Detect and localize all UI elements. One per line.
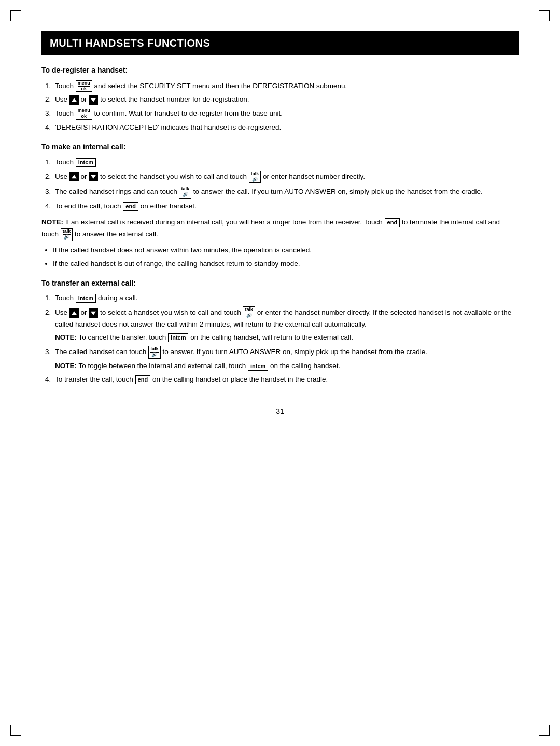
list-item: Touch menuok and select the SECURITY SET… [53,80,519,92]
talk-button-icon: talk🔊 [61,228,73,241]
main-content: MULTI HANDSETS FUNCTIONS To de-register … [41,31,519,417]
internal-call-note: NOTE: If an external call is received du… [41,217,519,241]
arrow-up-icon [69,172,79,181]
corner-mark-tr [539,10,550,21]
list-item: Use or to select the handset number for … [53,94,519,105]
end-button-icon: end [135,375,151,384]
list-item: Use or to select the handset you wish to… [53,171,519,184]
step3-text: The called handset can touch talk🔊 to an… [55,346,519,359]
list-item: Touch intcm [53,157,519,168]
list-item: To end the call, touch end on either han… [53,201,519,212]
arrow-up-icon [69,308,79,318]
list-item: If the called handset does not answer wi… [53,245,519,256]
intcm-button-icon: intcm [76,294,96,303]
internal-call-title: To make an internal call: [41,142,519,153]
note-label: NOTE: [41,218,63,226]
arrow-up-icon [69,95,79,105]
list-item: To transfer the call, touch end on the c… [53,374,519,385]
list-item: Touch menuok to confirm. Wait for handse… [53,108,519,120]
internal-call-bullets: If the called handset does not answer wi… [41,245,519,270]
transfer-note3: NOTE: To toggle between the internal and… [55,361,519,372]
page: MULTI HANDSETS FUNCTIONS To de-register … [0,0,560,746]
corner-mark-br [539,725,550,736]
list-item: The called handset rings and can touch t… [53,186,519,199]
transfer-call-steps: Touch intcm during a call. Use or to sel… [41,293,519,385]
arrow-down-icon [89,95,98,105]
deregister-steps: Touch menuok and select the SECURITY SET… [41,80,519,133]
end-button-icon: end [123,202,138,211]
note-label: NOTE: [55,333,77,341]
intcm-button-icon: intcm [168,333,188,342]
talk-button-icon: talk🔊 [179,186,191,199]
arrow-down-icon [89,308,98,318]
section-title: MULTI HANDSETS FUNCTIONS [41,31,519,55]
note-label: NOTE: [55,362,77,370]
transfer-note2: NOTE: To cancel the transfer, touch intc… [55,332,519,343]
intcm-button-icon: intcm [248,362,268,371]
talk-button-icon: talk🔊 [249,171,261,184]
list-item: The called handset can touch talk🔊 to an… [53,346,519,372]
list-item: Use or to select a handset you wish to c… [53,306,519,343]
corner-mark-bl [10,725,21,736]
step2-text: Use or to select a handset you wish to c… [55,306,519,330]
menu-ok-button-icon: menuok [76,108,92,120]
menu-ok-button-icon: menuok [76,80,92,92]
talk-button-icon: talk🔊 [243,306,255,319]
list-item: 'DEREGISTRATION ACCEPTED' indicates that… [53,122,519,133]
end-button-icon: end [385,218,400,227]
transfer-call-title: To transfer an external call: [41,278,519,289]
list-item: Touch intcm during a call. [53,293,519,304]
list-item: If the called handset is out of range, t… [53,259,519,270]
talk-button-icon: talk🔊 [148,346,161,359]
arrow-down-icon [89,172,98,181]
page-number: 31 [41,406,519,417]
corner-mark-tl [10,10,21,21]
intcm-button-icon: intcm [76,158,96,167]
internal-call-steps: Touch intcm Use or to select the handset… [41,157,519,212]
deregister-title: To de-register a handset: [41,65,519,76]
